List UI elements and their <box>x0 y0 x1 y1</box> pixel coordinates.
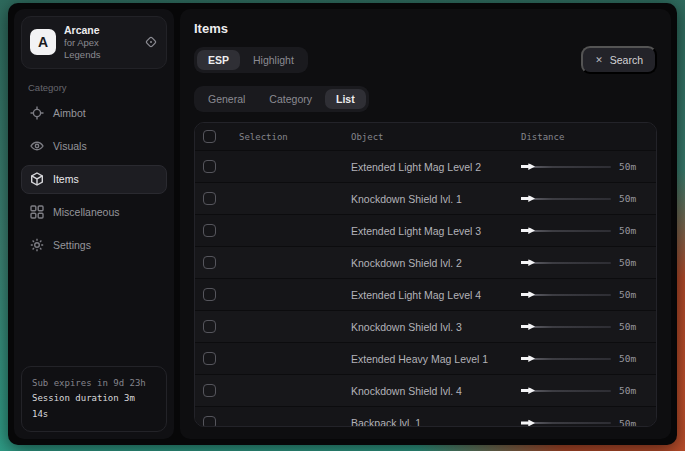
distance-value: 50m <box>619 289 657 300</box>
sidebar-item-label: Aimbot <box>53 107 86 119</box>
slider-thumb[interactable] <box>521 227 535 234</box>
tab-general[interactable]: General <box>197 89 256 109</box>
subscription-info-card: Sub expires in 9d 23h Session duration 3… <box>21 366 167 432</box>
slider-thumb[interactable] <box>521 420 535 427</box>
slider-thumb[interactable] <box>521 323 535 330</box>
table-row: Knockdown Shield lvl. 4 50m <box>195 375 656 407</box>
x-icon: ✕ <box>595 55 603 65</box>
distance-value: 50m <box>619 161 657 172</box>
sidebar-item-label: Visuals <box>53 140 87 152</box>
row-checkbox[interactable] <box>203 224 216 237</box>
table-row: Knockdown Shield lvl. 2 50m <box>195 247 656 279</box>
distance-value: 50m <box>619 321 657 332</box>
object-name: Extended Light Mag Level 3 <box>351 225 521 237</box>
distance-value: 50m <box>619 418 657 428</box>
object-name: Extended Light Mag Level 4 <box>351 289 521 301</box>
table-row: Extended Heavy Mag Level 1 50m <box>195 343 656 375</box>
row-checkbox[interactable] <box>203 416 216 427</box>
row-checkbox[interactable] <box>203 352 216 365</box>
crosshair-icon <box>30 106 44 120</box>
distance-value: 50m <box>619 193 657 204</box>
distance-slider[interactable] <box>521 225 611 237</box>
table-header-row: Selection Object Distance Color <box>195 123 656 151</box>
object-name: Knockdown Shield lvl. 1 <box>351 193 521 205</box>
distance-value: 50m <box>619 385 657 396</box>
items-panel: Items ESP Highlight ✕ Search General Cat… <box>180 9 671 439</box>
sidebar-section-label: Category <box>28 82 167 93</box>
slider-thumb[interactable] <box>521 387 535 394</box>
distance-slider[interactable] <box>521 353 611 365</box>
table-row: Backpack lvl. 1 50m <box>195 407 656 427</box>
column-header-object: Object <box>351 132 521 142</box>
sidebar-item-items[interactable]: Items <box>21 165 167 194</box>
object-name: Extended Heavy Mag Level 1 <box>351 353 521 365</box>
row-checkbox[interactable] <box>203 320 216 333</box>
slider-thumb[interactable] <box>521 259 535 266</box>
table-row: Extended Light Mag Level 3 50m <box>195 215 656 247</box>
distance-slider[interactable] <box>521 161 611 173</box>
table-row: Extended Light Mag Level 2 50m <box>195 151 656 183</box>
distance-value: 50m <box>619 353 657 364</box>
sidebar-item-miscellaneous[interactable]: Miscellaneous <box>21 198 167 227</box>
table-row: Knockdown Shield lvl. 3 50m <box>195 311 656 343</box>
slider-thumb[interactable] <box>521 291 535 298</box>
search-button[interactable]: ✕ Search <box>581 46 657 74</box>
row-checkbox[interactable] <box>203 384 216 397</box>
tab-highlight[interactable]: Highlight <box>242 50 305 70</box>
object-name: Knockdown Shield lvl. 4 <box>351 385 521 397</box>
tab-esp[interactable]: ESP <box>197 50 240 70</box>
app-header-card: A Arcane for Apex Legends <box>21 16 167 69</box>
row-checkbox[interactable] <box>203 288 216 301</box>
diamond-icon[interactable] <box>144 35 158 49</box>
grid-icon <box>30 205 44 219</box>
distance-slider[interactable] <box>521 193 611 205</box>
tab-category[interactable]: Category <box>258 89 323 109</box>
view-tab-group: General Category List <box>194 86 369 112</box>
table-row: Extended Light Mag Level 4 50m <box>195 279 656 311</box>
column-header-distance: Distance <box>521 132 619 142</box>
object-name: Knockdown Shield lvl. 2 <box>351 257 521 269</box>
sidebar-item-aimbot[interactable]: Aimbot <box>21 99 167 128</box>
sub-expiry-text: Sub expires in 9d 23h <box>32 376 156 391</box>
slider-thumb[interactable] <box>521 355 535 362</box>
column-header-selection: Selection <box>239 132 351 142</box>
session-duration-text: Session duration 3m 14s <box>32 391 156 422</box>
distance-slider[interactable] <box>521 289 611 301</box>
sidebar-item-visuals[interactable]: Visuals <box>21 132 167 161</box>
distance-slider[interactable] <box>521 321 611 333</box>
distance-slider[interactable] <box>521 257 611 269</box>
object-name: Extended Light Mag Level 2 <box>351 161 521 173</box>
app-name: Arcane <box>64 24 136 37</box>
app-logo: A <box>30 29 56 55</box>
row-checkbox[interactable] <box>203 192 216 205</box>
search-button-label: Search <box>610 54 643 66</box>
gear-icon <box>30 238 44 252</box>
mode-tab-group: ESP Highlight <box>194 47 308 73</box>
table-row: Knockdown Shield lvl. 1 50m <box>195 183 656 215</box>
slider-thumb[interactable] <box>521 163 535 170</box>
app-window: A Arcane for Apex Legends Category Aimbo… <box>8 3 677 445</box>
sidebar-item-settings[interactable]: Settings <box>21 231 167 260</box>
sidebar-item-label: Items <box>53 173 79 185</box>
distance-slider[interactable] <box>521 417 611 427</box>
app-subtitle: for Apex Legends <box>64 37 136 61</box>
items-table: Selection Object Distance Color Extended… <box>194 122 657 427</box>
sidebar: A Arcane for Apex Legends Category Aimbo… <box>14 9 174 439</box>
page-title: Items <box>194 21 657 36</box>
object-name: Knockdown Shield lvl. 3 <box>351 321 521 333</box>
distance-value: 50m <box>619 257 657 268</box>
distance-value: 50m <box>619 225 657 236</box>
object-name: Backpack lvl. 1 <box>351 417 521 427</box>
row-checkbox[interactable] <box>203 160 216 173</box>
select-all-checkbox[interactable] <box>203 130 216 143</box>
package-icon <box>30 172 44 186</box>
slider-thumb[interactable] <box>521 195 535 202</box>
eye-icon <box>30 139 44 153</box>
row-checkbox[interactable] <box>203 256 216 269</box>
sidebar-item-label: Miscellaneous <box>53 206 120 218</box>
distance-slider[interactable] <box>521 385 611 397</box>
tab-list[interactable]: List <box>325 89 366 109</box>
sidebar-item-label: Settings <box>53 239 91 251</box>
